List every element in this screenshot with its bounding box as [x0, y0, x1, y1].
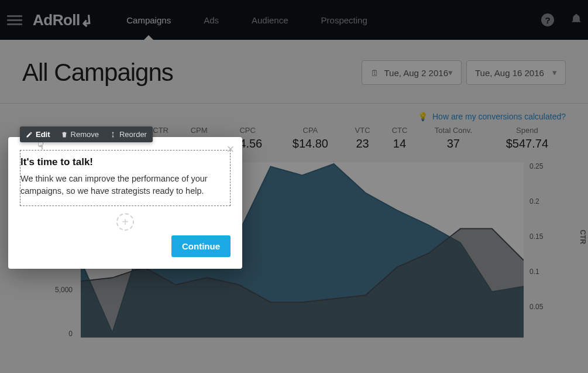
continue-button[interactable]: Continue — [171, 235, 231, 257]
onboarding-popover: Edit Remove Reorder ☟ × It's time to tal… — [8, 137, 242, 269]
reorder-button[interactable]: Reorder — [109, 130, 147, 139]
cursor-icon: ☟ — [37, 139, 44, 152]
popover-add-row: + — [8, 213, 242, 231]
popover-text: We think we can improve the performance … — [20, 173, 224, 197]
remove-button[interactable]: Remove — [61, 130, 99, 139]
popover-title: It's time to talk! — [20, 156, 224, 168]
add-step-button[interactable]: + — [116, 213, 134, 231]
edit-button[interactable]: Edit — [26, 130, 50, 139]
popover-body: It's time to talk! We think we can impro… — [20, 150, 231, 206]
close-icon[interactable]: × — [223, 143, 238, 157]
